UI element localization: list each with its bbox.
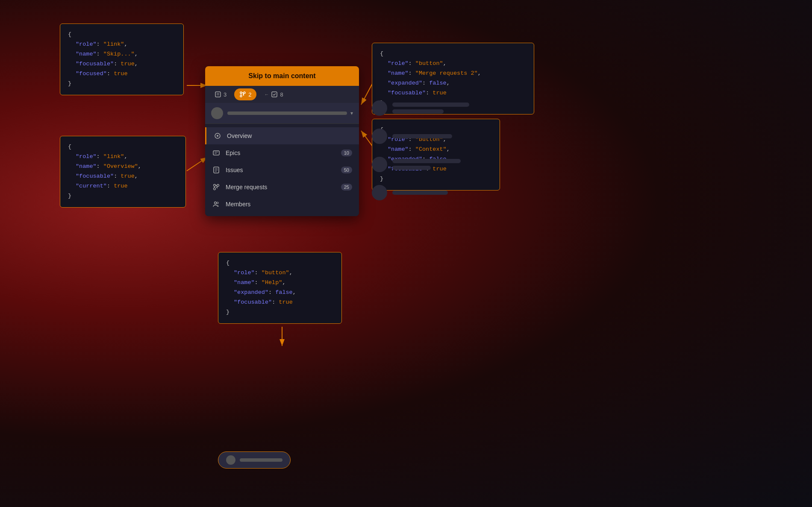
skeleton-line-3b: [392, 166, 431, 170]
merge-requests-tab-icon: [239, 91, 246, 98]
skeleton-lines-1: [392, 103, 469, 114]
nav-members-label: Members: [226, 201, 352, 208]
arrow-icon: ←: [264, 92, 269, 97]
context-avatar: [211, 107, 223, 119]
issues-icon: [212, 166, 221, 174]
json-box-help-button: { "role": "button", "name": "Help", "exp…: [218, 252, 342, 324]
skip-to-main-button[interactable]: Skip to main content: [205, 66, 359, 86]
epics-icon: [212, 149, 221, 157]
todos-tab-icon: [271, 91, 278, 98]
skeleton-avatar-2: [372, 129, 387, 144]
tab-bar: 3 2 ←: [205, 86, 359, 103]
skeleton-lines-4: [392, 190, 448, 195]
nav-merge-requests-badge: 25: [341, 184, 352, 190]
chevron-down-icon: ▾: [350, 110, 353, 116]
skeleton-row-3: [372, 157, 585, 172]
skeleton-line-4a: [392, 190, 448, 195]
nav-issues-badge: 50: [341, 167, 352, 173]
skeleton-row-1: [372, 100, 585, 116]
svg-point-28: [217, 202, 218, 204]
merge-requests-nav-icon: [212, 183, 221, 191]
svg-point-24: [214, 188, 216, 190]
tab-merge-requests[interactable]: 2: [234, 88, 256, 100]
skeleton-avatar-4: [372, 185, 387, 200]
ui-panel: Skip to main content 3: [205, 66, 359, 216]
mini-avatar: [226, 455, 235, 465]
mini-bar: [240, 458, 282, 462]
overview-icon: [213, 132, 222, 140]
nav-merge-requests-label: Merge requests: [226, 184, 341, 190]
nav-overview-label: Overview: [227, 132, 352, 139]
tab-mr-count: 2: [248, 91, 251, 98]
svg-rect-6: [215, 92, 221, 97]
json-box-overview-link: { "role": "link", "name": "Overview", "f…: [60, 136, 186, 208]
skeleton-row-2: [372, 129, 585, 144]
tab-issues[interactable]: 3: [209, 88, 232, 100]
skeleton-avatar-1: [372, 100, 387, 116]
issues-tab-icon: [215, 91, 221, 98]
svg-line-2: [187, 157, 207, 171]
svg-point-10: [240, 95, 242, 97]
skeleton-avatar-3: [372, 157, 387, 172]
skeleton-line-1b: [392, 109, 444, 114]
svg-point-9: [240, 92, 242, 94]
context-dropdown-button[interactable]: ▾: [205, 103, 359, 124]
skeleton-row-4: [372, 185, 585, 200]
tab-issues-count: 3: [224, 91, 227, 98]
skeleton-line-3a: [392, 159, 461, 163]
json-box-skip-link: { "role": "link", "name": "Skip...", "fo…: [60, 23, 184, 95]
nav-issues-label: Issues: [226, 167, 341, 173]
svg-rect-16: [213, 151, 219, 155]
skeleton-line-1a: [392, 103, 469, 107]
svg-point-11: [244, 92, 245, 94]
nav-item-overview[interactable]: Overview: [205, 127, 359, 144]
nav-item-merge-requests[interactable]: Merge requests 25: [205, 179, 359, 196]
mini-ui-help: [218, 451, 291, 469]
svg-point-23: [214, 185, 216, 187]
context-bar: [227, 111, 347, 115]
skeleton-lines-3: [392, 159, 461, 170]
tab-todos[interactable]: ← 8: [259, 88, 288, 100]
members-icon: [212, 200, 221, 208]
nav-list: Overview Epics 10: [205, 124, 359, 216]
nav-epics-label: Epics: [226, 149, 341, 156]
right-panel-skeleton: [372, 66, 585, 213]
nav-item-issues[interactable]: Issues 50: [205, 161, 359, 179]
nav-item-epics[interactable]: Epics 10: [205, 144, 359, 161]
svg-point-15: [217, 135, 218, 137]
nav-item-members[interactable]: Members: [205, 196, 359, 213]
tab-todos-count: 8: [280, 91, 283, 98]
skeleton-line-2a: [392, 134, 452, 138]
scene-container: { "role": "link", "name": "Skip...", "fo…: [0, 0, 812, 507]
svg-point-27: [215, 202, 217, 204]
nav-epics-badge: 10: [341, 149, 352, 156]
skeleton-lines-2: [392, 134, 452, 138]
